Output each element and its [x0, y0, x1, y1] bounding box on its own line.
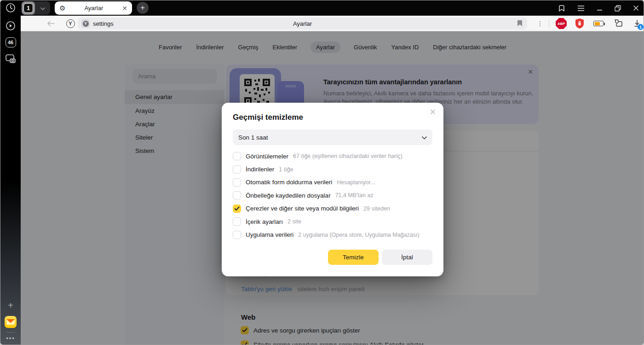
downloads-badge: 1 — [638, 24, 644, 30]
toolbar: Y Y settings Ayarlar ⋮ ABP 1 — [21, 16, 644, 31]
clear-history-dialog: Geçmişi temizleme ✕ Son 1 saat Görüntüle… — [222, 103, 443, 276]
address-bar[interactable]: Y settings Ayarlar — [78, 18, 527, 29]
menu-icon[interactable] — [577, 6, 585, 11]
row-label: İçerik ayarları — [246, 218, 283, 225]
add-panel-icon[interactable]: + — [0, 300, 21, 311]
browser-window: 1 ⚙ Ayarlar ✕ + — [0, 0, 644, 345]
dialog-row-cerezler[interactable]: Çerezler ve diğer site veya modül bilgil… — [233, 202, 432, 215]
dialog-row-onbellek[interactable]: Önbelleğe kaydedilen dosyalar 71,4 MB'ta… — [233, 189, 432, 202]
restore-icon[interactable] — [615, 5, 621, 12]
row-meta: 67 öğe (eşitlenen cihazlardaki veriler h… — [293, 153, 402, 159]
dialog-row-indirilenler[interactable]: İndirilenler 1 öğe — [233, 163, 432, 175]
more-options-icon[interactable]: ⋮ — [534, 16, 546, 31]
checkbox[interactable] — [233, 178, 241, 187]
tab-strip: 1 ⚙ Ayarlar ✕ + — [0, 0, 644, 16]
row-meta: 2 site — [288, 218, 301, 225]
tab-groups-badge[interactable]: 46 — [0, 37, 21, 47]
tag-icon[interactable] — [610, 16, 625, 31]
close-window-icon[interactable] — [633, 5, 639, 11]
chevron-down-icon — [422, 134, 427, 141]
checkbox[interactable] — [233, 152, 241, 160]
row-meta: Hesaplanıyor... — [337, 179, 375, 186]
new-tab-button[interactable]: + — [137, 2, 149, 14]
row-meta: 29 siteden — [363, 205, 390, 212]
rail-divider — [6, 332, 15, 333]
row-label: İndirilenler — [246, 166, 274, 173]
battery-saver-icon[interactable] — [591, 16, 606, 31]
url-text[interactable]: settings — [93, 20, 114, 27]
dialog-row-uygulama-verileri[interactable]: Uygulama verileri 2 uygulama (Opera stor… — [233, 228, 432, 241]
tab-counter-control[interactable]: 1 — [22, 1, 50, 15]
bookmark-icon[interactable] — [517, 20, 523, 29]
checkbox[interactable] — [233, 217, 241, 226]
history-clock-icon[interactable] — [0, 3, 21, 13]
checkbox[interactable] — [233, 205, 241, 213]
dialog-row-goruntulemeler[interactable]: Görüntülemeler 67 öğe (eşitlenen cihazla… — [233, 150, 432, 163]
address-bar-page-title: Ayarlar — [78, 20, 527, 27]
tab-count[interactable]: 1 — [23, 3, 33, 13]
downloads-icon[interactable]: 1 — [630, 16, 644, 31]
minimize-icon[interactable] — [597, 5, 603, 11]
row-label: Görüntülemeler — [246, 153, 288, 160]
side-rail: 46 + ••• — [0, 0, 21, 345]
row-label: Uygulama verileri — [246, 231, 293, 238]
browser-tab-ayarlar[interactable]: ⚙ Ayarlar ✕ — [55, 1, 132, 15]
row-meta: 71,4 MB'tan az — [335, 192, 374, 199]
protect-shield-icon[interactable] — [573, 16, 586, 31]
settings-page: Favoriler İndirilenler Geçmiş Eklentiler… — [21, 31, 644, 345]
tab-close-icon[interactable]: ✕ — [122, 5, 127, 12]
video-play-icon[interactable] — [0, 21, 21, 31]
dialog-title: Geçmişi temizleme — [233, 113, 303, 122]
rail-more-icon[interactable]: ••• — [0, 335, 21, 342]
tab-counter-segment[interactable]: 1 — [22, 1, 35, 15]
toolbar-divider — [549, 19, 549, 28]
adblock-extension-icon[interactable]: ABP — [554, 16, 568, 31]
row-label: Önbelleğe kaydedilen dosyalar — [246, 192, 331, 199]
tab-title: Ayarlar — [65, 5, 122, 12]
back-button[interactable] — [45, 16, 58, 31]
bookmarks-panel-icon[interactable] — [558, 5, 565, 12]
gear-icon: ⚙ — [59, 5, 65, 12]
dialog-row-icerik-ayarlari[interactable]: İçerik ayarları 2 site — [233, 215, 432, 228]
yandex-mail-icon[interactable] — [0, 316, 21, 328]
row-meta: 2 uygulama (Opera store, Uygulama Mağaza… — [298, 232, 419, 238]
clear-button[interactable]: Temizle — [328, 250, 379, 265]
screenshot-icon[interactable] — [0, 54, 21, 64]
row-meta: 1 öğe — [279, 166, 293, 173]
row-label: Çerezler ve diğer site veya modül bilgil… — [246, 205, 359, 212]
checkbox[interactable] — [233, 191, 241, 199]
dialog-close-icon[interactable]: ✕ — [430, 107, 436, 117]
checkbox[interactable] — [233, 165, 241, 174]
time-range-value: Son 1 saat — [238, 134, 268, 141]
time-range-select[interactable]: Son 1 saat — [233, 129, 432, 145]
site-favicon: Y — [81, 19, 90, 28]
dialog-checkbox-list: Görüntülemeler 67 öğe (eşitlenen cihazla… — [233, 150, 432, 241]
checkbox[interactable] — [233, 231, 241, 239]
row-label: Otomatik form doldurma verileri — [246, 179, 332, 186]
chevron-down-icon[interactable] — [35, 6, 50, 11]
yandex-button[interactable]: Y — [64, 16, 77, 31]
dialog-row-form-verileri[interactable]: Otomatik form doldurma verileri Hesaplan… — [233, 176, 432, 189]
cancel-button[interactable]: İptal — [382, 250, 432, 265]
